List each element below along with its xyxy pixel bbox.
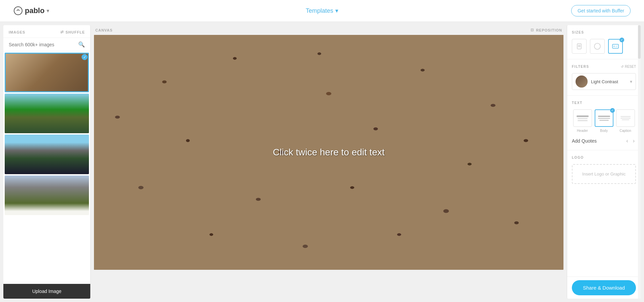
insert-logo-button[interactable]: Insert Logo or Graphic — [572, 164, 636, 184]
size-pinterest-button[interactable] — [572, 39, 587, 54]
text-types-row: Header ✓ Body — [572, 109, 636, 133]
quotes-prev-button[interactable]: ‹ — [625, 137, 629, 145]
logo[interactable]: pablo ▾ — [13, 6, 49, 15]
svg-point-6 — [613, 46, 615, 47]
logo-title: LOGO — [572, 156, 636, 159]
logo-section: LOGO Insert Logo or Graphic — [567, 150, 641, 189]
reset-filter-button[interactable]: ↺ RESET — [621, 65, 636, 68]
twitter-icon — [612, 43, 619, 50]
images-tab-label: IMAGES — [9, 30, 25, 34]
text-type-header[interactable]: Header — [573, 109, 592, 133]
images-list: ✓ — [3, 51, 90, 284]
pinterest-icon — [576, 43, 583, 50]
quotes-next-button[interactable]: › — [632, 137, 636, 145]
filter-selected-label: Light Contrast — [591, 79, 627, 84]
header-center: Templates ▾ — [306, 7, 338, 14]
text-body-label: Body — [600, 129, 608, 133]
logo-chevron-icon: ▾ — [47, 8, 49, 13]
search-bar: 🔍 — [3, 38, 90, 51]
scrollbar-thumb[interactable] — [638, 25, 641, 59]
right-panel: SIZES — [567, 25, 641, 299]
svg-rect-2 — [578, 45, 581, 46]
instagram-icon — [594, 43, 601, 50]
list-item[interactable] — [5, 135, 89, 174]
selected-check-1: ✓ — [82, 54, 88, 60]
canvas-toolbar: CANVAS ⊡ REPOSITION — [94, 25, 563, 35]
shuffle-label: SHUFFLE — [65, 30, 85, 34]
filters-header: FILTERS ↺ RESET — [572, 65, 636, 68]
list-item[interactable]: ✓ — [5, 53, 89, 92]
size-twitter-check: ✓ — [620, 38, 624, 42]
text-body-check: ✓ — [610, 108, 615, 113]
list-item[interactable] — [5, 94, 89, 133]
right-panel-scroll: SIZES — [567, 25, 641, 276]
canvas-label: CANVAS — [95, 28, 113, 32]
templates-chevron-icon: ▾ — [335, 7, 338, 14]
upload-image-button[interactable]: Upload Image — [3, 284, 90, 299]
pablo-logo-icon — [13, 6, 23, 15]
shuffle-button[interactable]: ⇄ SHUFFLE — [60, 30, 85, 34]
canvas-area: CANVAS ⊡ REPOSITION Click twice here to … — [91, 22, 567, 302]
image-thumbnail-4[interactable] — [5, 175, 89, 215]
add-quotes-row: Add Quotes ‹ › — [572, 137, 636, 145]
left-panel-header: IMAGES ⇄ SHUFFLE — [3, 25, 90, 38]
header: pablo ▾ Templates ▾ Get started with Buf… — [0, 0, 644, 22]
sizes-section: SIZES — [567, 25, 641, 59]
image-thumbnail-2[interactable] — [5, 94, 89, 133]
text-type-caption[interactable]: Caption — [616, 109, 635, 133]
text-type-caption-box — [616, 109, 635, 127]
templates-label: Templates — [306, 7, 333, 14]
text-caption-label: Caption — [620, 129, 631, 133]
scrollbar-track[interactable] — [638, 25, 641, 299]
filters-section: FILTERS ↺ RESET Light Contrast ▾ — [567, 59, 641, 96]
search-icon[interactable]: 🔍 — [78, 41, 85, 48]
list-item[interactable] — [5, 175, 89, 215]
canvas-container[interactable]: Click twice here to edit text — [94, 35, 563, 270]
right-panel-footer: Share & Download — [567, 276, 641, 299]
text-type-header-box — [573, 109, 592, 127]
image-thumbnail-3[interactable] — [5, 135, 89, 174]
text-type-body-box: ✓ — [595, 109, 613, 127]
main-layout: IMAGES ⇄ SHUFFLE 🔍 ✓ — [0, 22, 644, 302]
reposition-label: REPOSITION — [536, 28, 562, 32]
shuffle-icon: ⇄ — [60, 30, 64, 34]
text-header-label: Header — [577, 129, 588, 133]
filters-title: FILTERS — [572, 65, 589, 68]
text-title: TEXT — [572, 101, 636, 105]
filter-chevron-icon: ▾ — [630, 79, 632, 84]
reposition-button[interactable]: ⊡ REPOSITION — [531, 28, 562, 32]
share-download-button[interactable]: Share & Download — [572, 280, 636, 295]
size-twitter-button[interactable]: ✓ — [608, 39, 623, 54]
sizes-title: SIZES — [572, 31, 636, 34]
reposition-icon: ⊡ — [531, 28, 534, 32]
filter-thumbnail — [576, 76, 588, 88]
svg-point-4 — [594, 43, 600, 49]
svg-rect-3 — [578, 46, 581, 47]
templates-button[interactable]: Templates ▾ — [306, 7, 338, 14]
canvas-edit-text[interactable]: Click twice here to edit text — [273, 147, 385, 158]
add-quotes-label: Add Quotes — [572, 138, 597, 144]
text-section: TEXT Header ✓ — [567, 96, 641, 150]
search-input[interactable] — [9, 42, 78, 47]
logo-text: pablo — [25, 6, 45, 15]
canvas-image[interactable]: Click twice here to edit text — [94, 35, 563, 270]
image-thumbnail-1[interactable] — [5, 53, 89, 92]
svg-rect-7 — [615, 46, 618, 46]
insert-logo-label: Insert Logo or Graphic — [582, 171, 626, 177]
filter-select[interactable]: Light Contrast ▾ — [572, 73, 636, 90]
reset-icon: ↺ — [621, 65, 624, 68]
size-instagram-button[interactable] — [590, 39, 605, 54]
svg-point-0 — [14, 7, 22, 15]
text-type-body[interactable]: ✓ Body — [595, 109, 613, 133]
reset-label: RESET — [625, 65, 636, 68]
sizes-row: ✓ — [572, 39, 636, 54]
svg-rect-8 — [615, 47, 617, 47]
quotes-navigation: ‹ › — [625, 137, 636, 145]
get-started-button[interactable]: Get started with Buffer — [571, 5, 631, 16]
left-panel: IMAGES ⇄ SHUFFLE 🔍 ✓ — [3, 25, 91, 299]
